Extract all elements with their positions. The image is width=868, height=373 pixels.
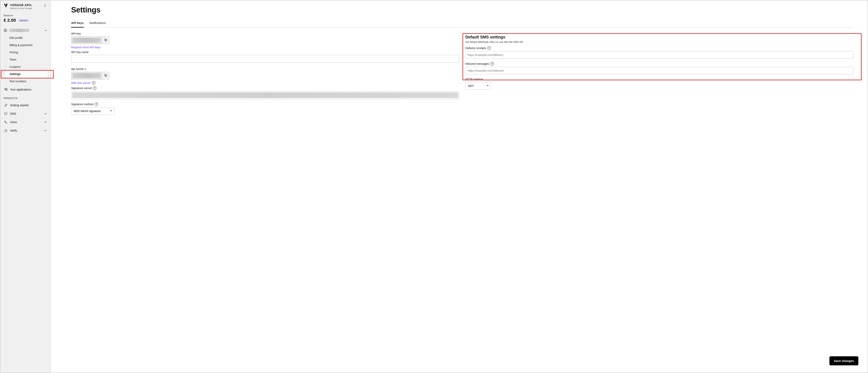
delivery-receipts-input[interactable] [465,51,854,59]
http-method-select[interactable]: GET [465,82,491,90]
help-icon[interactable]: ? [490,62,494,65]
applications-icon [4,88,8,91]
tabs: API keys Notifications [71,20,854,28]
balance-label: Balance [4,14,48,17]
nav-your-applications[interactable]: Your applications [4,86,48,93]
nav-label: Your applications [10,88,31,91]
chevron-down-icon [43,120,47,124]
api-secret-redacted [72,73,101,78]
svg-rect-12 [104,74,106,76]
delivery-receipts-label: Delivery receipts ? [465,46,854,50]
api-key-name-label: API key name [71,51,459,54]
chevron-down-icon [43,129,47,133]
request-more-keys-link[interactable]: Request more API keys [71,46,459,49]
chevron-down-icon [43,112,47,115]
brand: VONAGE APIs Nexmo is now Vonage [4,3,32,9]
nav-sms[interactable]: SMS [4,110,48,117]
nav-label: Voice [10,120,17,124]
tab-notifications[interactable]: Notifications [89,20,106,27]
nav-label: Getting started [10,104,29,107]
svg-rect-9 [105,39,107,41]
api-key-field [71,36,109,44]
inbound-messages-input[interactable] [465,67,854,75]
signature-method-label: Signature method ? [71,103,459,106]
sidebar: VONAGE APIs Nexmo is now Vonage Balance … [0,0,51,373]
sms-icon [4,112,8,115]
tab-api-keys[interactable]: API keys [71,20,84,28]
user-icon [4,29,7,32]
page-title: Settings [71,6,854,14]
svg-point-1 [5,29,6,30]
api-secret-label: Api secret 1 [71,67,459,70]
copy-api-key-button[interactable] [102,37,109,44]
brand-title: VONAGE APIs [10,3,32,7]
svg-rect-3 [6,88,7,89]
svg-rect-2 [4,89,5,90]
api-keys-column: API key Request more API keys API key na… [71,32,459,115]
sms-settings-column: Default SMS settings Set default Webhook… [465,32,854,90]
copy-icon [104,38,107,42]
help-icon[interactable]: ? [487,46,491,50]
upgrade-button[interactable]: upgrade [18,19,29,22]
svg-rect-8 [5,131,7,132]
help-icon[interactable]: ? [95,103,98,106]
copy-icon [104,74,107,78]
products-header: PRODUCTS [4,94,48,101]
subnav-edit-profile[interactable]: Edit profile [6,34,48,41]
brand-subtitle: Nexmo is now Vonage [10,7,32,9]
svg-rect-4 [6,90,7,91]
sms-settings-subtitle: Set default Webhook URLs to use with the… [465,41,854,44]
subnav-pricing[interactable]: Pricing [6,49,48,56]
vonage-logo-icon [4,3,8,8]
add-new-secret-link[interactable]: Add new secret ? [71,81,459,85]
main-content: Settings API keys Notifications API key … [51,0,868,373]
api-secret-field [71,72,109,80]
nav-label: SMS [10,112,16,115]
nav-label: Verify [10,129,17,132]
inbound-messages-label: Inbound messages ? [465,62,854,65]
nav-voice[interactable]: Voice [4,118,48,126]
sms-settings-title: Default SMS settings [465,35,854,39]
signature-secret-redacted [72,92,458,98]
account-name-redacted [9,29,29,32]
copy-api-secret-button[interactable] [102,72,109,79]
signature-secret-label: Signature secret ? [71,86,459,90]
subnav-coupons[interactable]: Coupons [6,63,48,70]
lock-icon [4,129,8,133]
subnav-settings[interactable]: Settings [6,70,48,78]
help-icon[interactable]: ? [93,86,96,90]
nav-getting-started[interactable]: Getting started [4,102,48,109]
balance-amount: € 2.00 [4,18,16,23]
save-changes-button[interactable]: Save changes [830,356,858,365]
help-icon[interactable]: ? [92,81,95,85]
collapse-sidebar-button[interactable] [43,3,48,8]
subnav-test-numbers[interactable]: Test numbers [6,78,48,85]
account-subnav: Edit profile Billing & payments Pricing … [6,34,48,85]
svg-rect-10 [104,39,106,40]
rocket-icon [4,104,8,107]
http-method-label: HTTP method [465,78,854,81]
signature-method-select[interactable]: MD5 HASH signature [71,107,115,115]
api-key-name-input[interactable] [71,55,459,63]
chevron-up-icon [44,29,48,32]
svg-rect-11 [105,75,107,77]
svg-point-7 [6,105,6,105]
account-toggle[interactable] [4,27,48,33]
subnav-team[interactable]: Team [6,56,48,63]
api-key-redacted [72,38,101,42]
phone-icon [4,120,8,124]
subnav-billing[interactable]: Billing & payments [6,41,48,49]
api-key-label: API key [71,32,459,35]
signature-secret-field [71,91,459,99]
nav-verify[interactable]: Verify [4,127,48,134]
